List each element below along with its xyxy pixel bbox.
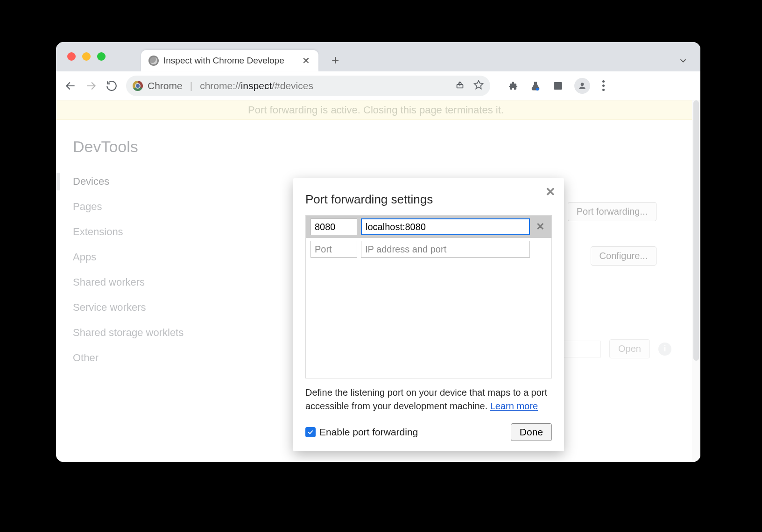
labs-icon[interactable]	[529, 80, 542, 92]
port-forwarding-modal: ✕ Port forwarding settings ✕ ✕ Define th…	[293, 178, 564, 451]
omnibox-separator: |	[187, 80, 195, 91]
new-port-input[interactable]	[310, 241, 357, 258]
forward-button[interactable]	[85, 80, 97, 92]
new-address-input[interactable]	[361, 241, 530, 258]
new-rule-row: ✕	[306, 238, 551, 260]
tab-close-button[interactable]: ✕	[300, 55, 312, 66]
extensions-icon[interactable]	[507, 80, 519, 92]
share-icon[interactable]	[455, 79, 465, 92]
tab-list-dropdown[interactable]	[678, 56, 688, 71]
profile-avatar[interactable]	[574, 78, 590, 94]
omnibox-origin: Chrome	[148, 80, 183, 91]
back-button[interactable]	[64, 80, 77, 92]
rule-row: ✕	[306, 216, 551, 238]
chrome-menu-button[interactable]	[600, 78, 607, 93]
port-rules-table: ✕ ✕	[305, 215, 552, 378]
browser-tab[interactable]: Inspect with Chrome Develope ✕	[141, 50, 318, 71]
svg-marker-3	[474, 81, 483, 89]
reload-button[interactable]	[106, 80, 118, 92]
extension-icons	[507, 78, 607, 94]
modal-close-button[interactable]: ✕	[545, 185, 556, 199]
delete-rule-button[interactable]: ✕	[534, 220, 547, 233]
done-button[interactable]: Done	[511, 423, 552, 441]
window-controls	[67, 52, 106, 61]
globe-icon	[148, 56, 159, 66]
svg-point-4	[536, 88, 539, 91]
enable-port-forwarding-checkbox[interactable]: Enable port forwarding	[305, 427, 418, 438]
address-input[interactable]	[361, 218, 530, 235]
checkbox-icon	[305, 427, 316, 437]
omnibox-url: chrome://inspect/#devices	[200, 80, 313, 91]
new-tab-button[interactable]: +	[328, 53, 343, 71]
tab-title: Inspect with Chrome Develope	[163, 56, 296, 66]
side-panel-icon[interactable]	[552, 80, 564, 92]
toolbar: Chrome | chrome://inspect/#devices	[56, 71, 700, 100]
minimize-window-button[interactable]	[82, 52, 91, 61]
address-bar[interactable]: Chrome | chrome://inspect/#devices	[126, 76, 490, 96]
modal-title: Port forwarding settings	[305, 192, 552, 207]
modal-help-text: Define the listening port on your device…	[305, 386, 552, 413]
browser-window: Inspect with Chrome Develope ✕ + Chrome …	[56, 42, 700, 462]
learn-more-link[interactable]: Learn more	[490, 401, 538, 411]
close-window-button[interactable]	[67, 52, 76, 61]
fullscreen-window-button[interactable]	[97, 52, 106, 61]
svg-point-7	[581, 83, 584, 86]
chrome-icon	[133, 81, 143, 91]
bookmark-star-icon[interactable]	[473, 79, 484, 92]
enable-label: Enable port forwarding	[319, 427, 418, 438]
port-input[interactable]	[310, 218, 357, 235]
svg-rect-5	[554, 82, 562, 90]
tab-bar: Inspect with Chrome Develope ✕ +	[56, 42, 700, 71]
